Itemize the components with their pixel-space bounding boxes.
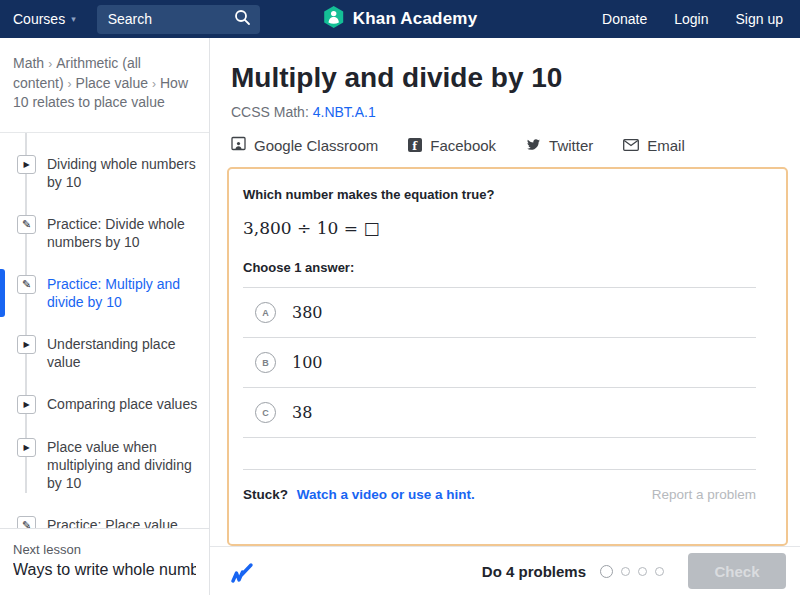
progress-label: Do 4 problems (482, 563, 586, 580)
share-email[interactable]: Email (623, 137, 685, 154)
share-facebook[interactable]: Facebook (408, 137, 496, 154)
search-icon[interactable] (234, 9, 251, 30)
ccss-standard-link[interactable]: 4.NBT.A.1 (313, 104, 376, 120)
answer-option-c[interactable]: C 38 (243, 387, 756, 438)
khan-academy-logo[interactable]: Khan Academy (323, 5, 478, 33)
ccss-label: CCSS Math: (231, 104, 309, 120)
sidebar-item-label: Dividing whole numbers by 10 (47, 155, 203, 191)
sidebar-item-practice-multiply-divide[interactable]: ✎ Practice: Multiply and divide by 10 (0, 263, 209, 323)
video-play-icon: ▶ (17, 438, 36, 457)
share-label: Twitter (549, 137, 593, 154)
radio-button-a[interactable]: A (255, 302, 276, 323)
breadcrumb-place-value[interactable]: Place value (76, 75, 148, 91)
page-title: Multiply and divide by 10 (231, 62, 800, 94)
progress-dot (600, 565, 613, 578)
practice-pencil-icon: ✎ (17, 516, 36, 528)
video-play-icon: ▶ (17, 155, 36, 174)
sidebar-item-dividing-whole-numbers[interactable]: ▶ Dividing whole numbers by 10 (0, 143, 209, 203)
lesson-list: ▶ Dividing whole numbers by 10 ✎ Practic… (0, 133, 209, 528)
breadcrumb-separator: › (68, 77, 72, 91)
donate-link[interactable]: Donate (602, 11, 647, 27)
sidebar-item-label: Comparing place values (47, 395, 197, 414)
sidebar-item-label: Place value when multiplying and dividin… (47, 438, 203, 492)
search-input[interactable] (108, 11, 234, 27)
next-lesson-panel: Next lesson Ways to write whole numb… (0, 528, 209, 595)
sidebar-item-label: Practice: Divide whole numbers by 10 (47, 215, 203, 251)
breadcrumb-separator: › (152, 77, 156, 91)
share-twitter[interactable]: Twitter (526, 137, 593, 154)
share-google-classroom[interactable]: Google Classroom (231, 136, 378, 154)
stuck-row: Stuck? Watch a video or use a hint. Repo… (243, 470, 756, 502)
chevron-down-icon: ▾ (71, 14, 76, 24)
breadcrumb: Math›Arithmetic (all content)›Place valu… (0, 38, 209, 133)
answer-option-a[interactable]: A 380 (243, 287, 756, 337)
watch-video-hint-link[interactable]: Watch a video or use a hint. (297, 487, 475, 502)
breadcrumb-separator: › (48, 57, 52, 71)
answer-option-b[interactable]: B 100 (243, 337, 756, 387)
sidebar-item-practice-place-value-mult-div[interactable]: ✎ Practice: Place value when multiplying… (0, 504, 209, 528)
sidebar-item-label: Understanding place value (47, 335, 203, 371)
exercise-card: Which number makes the equation true? 3,… (227, 167, 788, 546)
twitter-icon (526, 137, 541, 154)
sidebar-item-label: Practice: Multiply and divide by 10 (47, 275, 203, 311)
scribble-pencil-icon (228, 555, 256, 587)
breadcrumb-math[interactable]: Math (13, 55, 44, 71)
progress-dot (655, 567, 664, 576)
main-content: Multiply and divide by 10 CCSS Math: 4.N… (210, 38, 800, 595)
khan-leaf-icon (323, 5, 345, 33)
share-label: Facebook (430, 137, 496, 154)
answer-options: A 380 B 100 C 38 (243, 287, 756, 438)
video-play-icon: ▶ (17, 395, 36, 414)
share-label: Google Classroom (254, 137, 378, 154)
practice-pencil-icon: ✎ (17, 215, 36, 234)
top-nav: Courses ▾ Khan Academy Donate Login Sign… (0, 0, 800, 38)
task-footer: Do 4 problems Check (210, 546, 800, 595)
sidebar-item-understanding-place-value[interactable]: ▶ Understanding place value (0, 323, 209, 383)
share-row: Google Classroom Facebook Twitter E (231, 136, 800, 154)
search-box[interactable] (97, 5, 260, 34)
answer-value: 38 (292, 403, 312, 422)
radio-button-b[interactable]: B (255, 352, 276, 373)
sidebar-item-practice-divide[interactable]: ✎ Practice: Divide whole numbers by 10 (0, 203, 209, 263)
report-a-problem-link[interactable]: Report a problem (652, 487, 756, 502)
courses-menu[interactable]: Courses ▾ (13, 11, 76, 27)
lesson-sidebar: Math›Arithmetic (all content)›Place valu… (0, 38, 210, 595)
facebook-icon (408, 138, 422, 152)
answer-value: 100 (292, 353, 323, 372)
next-lesson-label: Next lesson (13, 542, 196, 557)
ccss-line: CCSS Math: 4.NBT.A.1 (231, 104, 800, 120)
email-envelope-icon (623, 137, 639, 154)
progress-dots (600, 565, 664, 578)
progress-dot (621, 567, 630, 576)
next-lesson-title[interactable]: Ways to write whole numb… (13, 561, 196, 579)
hint-spacer (243, 438, 756, 470)
google-classroom-icon (231, 136, 246, 154)
sidebar-item-label: Practice: Place value when multiplying a… (47, 516, 203, 528)
question-text: Which number makes the equation true? (243, 187, 756, 202)
practice-pencil-icon: ✎ (17, 275, 36, 294)
brand-name: Khan Academy (353, 9, 478, 29)
active-indicator (0, 269, 5, 317)
signup-link[interactable]: Sign up (736, 11, 783, 27)
sidebar-item-place-value-mult-div[interactable]: ▶ Place value when multiplying and divid… (0, 426, 209, 504)
radio-button-c[interactable]: C (255, 402, 276, 423)
sidebar-item-comparing-place-values[interactable]: ▶ Comparing place values (0, 383, 209, 426)
share-label: Email (647, 137, 685, 154)
answer-value: 380 (292, 303, 323, 322)
progress-dot (638, 567, 647, 576)
check-button[interactable]: Check (688, 553, 786, 589)
stuck-label: Stuck? (243, 487, 288, 502)
courses-menu-label: Courses (13, 11, 65, 27)
equation: 3,800 ÷ 10 = □ (243, 218, 756, 238)
video-play-icon: ▶ (17, 335, 36, 354)
login-link[interactable]: Login (674, 11, 708, 27)
header-links: Donate Login Sign up (602, 11, 783, 27)
choose-answer-label: Choose 1 answer: (243, 260, 756, 275)
